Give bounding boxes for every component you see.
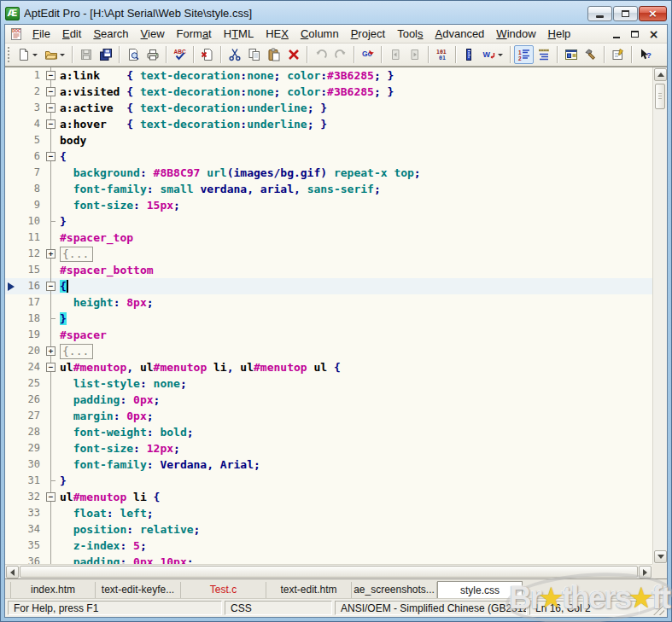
menu-column[interactable]: Column — [295, 26, 345, 42]
menu-search[interactable]: Search — [87, 26, 134, 42]
properties-button[interactable] — [608, 45, 628, 64]
code-line-6[interactable]: 6−{ — [5, 148, 652, 165]
vertical-scrollbar[interactable] — [652, 67, 667, 564]
code-line-25[interactable]: 25 list-style: none; — [5, 375, 652, 392]
code-area[interactable]: 1−a:link { text-decoration:none; color:#… — [5, 67, 652, 564]
scroll-right-button[interactable] — [639, 566, 652, 578]
tools-hammer-button[interactable] — [581, 45, 600, 64]
tab-style-css[interactable]: style.css — [437, 581, 523, 598]
code-text[interactable]: height: 8px; — [57, 294, 652, 311]
code-line-20[interactable]: 20+{... — [5, 343, 652, 359]
code-line-1[interactable]: 1−a:link { text-decoration:none; color:#… — [5, 67, 652, 84]
code-editor[interactable]: 1−a:link { text-decoration:none; color:#… — [5, 67, 667, 578]
fold-collapse-icon[interactable]: − — [46, 282, 56, 291]
scroll-up-button[interactable] — [654, 68, 667, 81]
tab-test-c[interactable]: Test.c — [181, 582, 266, 598]
line-numbers-button[interactable]: 12 — [514, 45, 534, 64]
code-line-12[interactable]: 12+{... — [5, 246, 652, 262]
code-text[interactable]: padding: 0px 10px; — [57, 554, 652, 564]
code-text[interactable]: list-style: none; — [57, 375, 652, 392]
cut-button[interactable] — [225, 45, 244, 64]
tab-index-htm[interactable]: index.htm — [10, 582, 96, 598]
document-icon[interactable]: DOC — [9, 27, 24, 41]
help-pointer-button[interactable]: ? — [635, 45, 655, 64]
code-line-7[interactable]: 7 background: #8B8C97 url(images/bg.gif)… — [5, 165, 652, 181]
menu-view[interactable]: View — [135, 26, 171, 42]
code-text[interactable]: a:visited { text-decoration:none; color:… — [57, 84, 652, 100]
goto-button[interactable]: Go — [358, 45, 377, 64]
binary-view-button[interactable]: 10101 — [432, 45, 452, 64]
new-document-dropdown-arrow[interactable] — [32, 54, 38, 56]
open-folder-button[interactable] — [41, 45, 61, 64]
menu-html[interactable]: HTML — [218, 26, 260, 42]
code-text[interactable]: } — [57, 311, 652, 327]
code-line-27[interactable]: 27 margin: 0px; — [5, 408, 652, 424]
code-line-16[interactable]: 16−{ — [5, 278, 652, 294]
indent-guides-button[interactable] — [534, 45, 553, 64]
code-text[interactable]: float: left; — [57, 505, 652, 521]
code-text[interactable]: {... — [57, 343, 652, 359]
fold-collapse-icon[interactable]: − — [46, 152, 56, 161]
code-text[interactable]: padding: 0px; — [57, 392, 652, 408]
menu-hex[interactable]: HEX — [260, 26, 295, 42]
code-text[interactable]: } — [57, 473, 652, 489]
code-text[interactable]: font-family: small verdana, arial, sans-… — [57, 181, 652, 197]
paste-button[interactable] — [264, 45, 283, 64]
code-text[interactable]: #spacer_bottom — [57, 262, 652, 278]
code-text[interactable]: font-weight: bold; — [57, 424, 652, 440]
code-line-4[interactable]: 4−a:hover { text-decoration:underline; } — [5, 116, 652, 132]
menu-edit[interactable]: Edit — [56, 26, 87, 42]
code-line-2[interactable]: 2−a:visited { text-decoration:none; colo… — [5, 84, 652, 100]
collapsed-fold-box[interactable]: {... — [60, 344, 93, 359]
code-text[interactable]: margin: 0px; — [57, 408, 652, 424]
resize-grip[interactable] — [653, 604, 664, 615]
fold-collapse-icon[interactable]: − — [46, 363, 56, 372]
code-line-34[interactable]: 34 position: relative; — [5, 521, 652, 538]
menu-file[interactable]: File — [26, 26, 56, 42]
code-line-24[interactable]: 24−ul#menutop, ul#menutop li, ul#menutop… — [5, 359, 652, 375]
save-all-button[interactable] — [96, 45, 115, 64]
code-line-10[interactable]: 10} — [5, 213, 652, 230]
tab-ae-screenshots[interactable]: ae_screenshots... — [352, 582, 437, 598]
code-line-31[interactable]: 31} — [5, 473, 652, 489]
code-text[interactable]: a:hover { text-decoration:underline; } — [57, 116, 652, 132]
form-editor-button[interactable] — [561, 45, 581, 64]
code-line-17[interactable]: 17 height: 8px; — [5, 294, 652, 311]
minimize-button[interactable] — [587, 6, 612, 21]
vertical-scroll-thumb[interactable] — [655, 84, 665, 109]
code-line-5[interactable]: 5body — [5, 132, 652, 148]
tab-text-edit-keyfe[interactable]: text-edit-keyfe... — [96, 582, 181, 598]
code-text[interactable]: #spacer — [57, 327, 652, 343]
code-line-30[interactable]: 30 font-family: Verdana, Arial; — [5, 456, 652, 473]
menu-help[interactable]: Help — [542, 26, 577, 42]
fold-expand-icon[interactable]: + — [46, 346, 56, 356]
code-line-28[interactable]: 28 font-weight: bold; — [5, 424, 652, 440]
code-text[interactable]: z-index: 5; — [57, 538, 652, 554]
word-wrap-button[interactable]: W — [479, 45, 499, 64]
fold-collapse-icon[interactable]: − — [46, 71, 56, 80]
code-text[interactable]: font-size: 15px; — [57, 197, 652, 213]
code-text[interactable]: a:link { text-decoration:none; color:#3B… — [57, 67, 652, 84]
menu-project[interactable]: Project — [345, 26, 391, 42]
close-button[interactable]: × — [639, 6, 667, 21]
mdi-restore-button[interactable] — [628, 27, 641, 40]
code-text[interactable]: font-family: Verdana, Arial; — [57, 456, 652, 473]
code-line-11[interactable]: 11#spacer_top — [5, 230, 652, 246]
mdi-minimize-button[interactable] — [610, 27, 622, 40]
menu-tools[interactable]: Tools — [391, 26, 429, 42]
copy-button[interactable] — [244, 45, 264, 64]
menu-window[interactable]: Window — [490, 26, 541, 42]
tab-text-edit-htm[interactable]: text-edit.htm — [266, 582, 352, 598]
code-text[interactable]: ul#menutop, ul#menutop li, ul#menutop ul… — [57, 359, 652, 375]
title-bar[interactable]: Æ AptEdit Pro - [H:\Apt Serial\Web Site\… — [5, 3, 667, 24]
code-line-18[interactable]: 18} — [5, 311, 652, 327]
code-line-3[interactable]: 3−a:active { text-decoration:underline; … — [5, 100, 652, 116]
code-text[interactable]: font-size: 12px; — [57, 440, 652, 456]
fold-collapse-icon[interactable]: − — [46, 492, 56, 502]
scroll-left-button[interactable] — [6, 566, 19, 578]
mdi-close-button[interactable]: × — [647, 27, 660, 40]
delete-button[interactable] — [283, 45, 303, 64]
code-line-33[interactable]: 33 float: left; — [5, 505, 652, 521]
restore-button[interactable] — [613, 6, 638, 21]
code-text[interactable]: a:active { text-decoration:underline; } — [57, 100, 652, 116]
